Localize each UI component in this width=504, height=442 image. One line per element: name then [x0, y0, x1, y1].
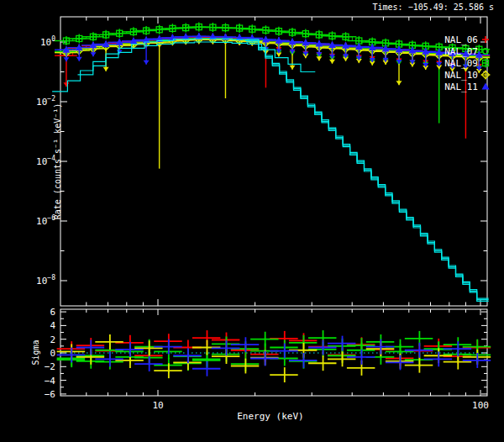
- data-point: [281, 28, 303, 37]
- legend-entry-NAL_09: NAL_09: [444, 58, 488, 69]
- x-axis-title: Energy (keV): [237, 411, 303, 422]
- data-point: [174, 24, 197, 33]
- x-tick-label: 100: [472, 400, 489, 411]
- data-point: [134, 26, 157, 35]
- sigma-point: [212, 340, 239, 355]
- spectrum-plot: 10010−210−410−610−8−6−4−2024610100Energy…: [0, 0, 504, 442]
- sigma-tick-label: −2: [45, 361, 55, 372]
- y-tick-label: 10−8: [36, 274, 55, 287]
- data-point: [122, 27, 144, 36]
- data-point: [321, 31, 344, 40]
- legend-entry-NAL_11: NAL_11: [444, 82, 489, 92]
- sigma-point: [289, 353, 317, 368]
- data-point: [148, 38, 171, 168]
- plot-window: Times: −105.49: 25.586 s 10010−210−410−6…: [0, 0, 504, 442]
- legend-entry-NAL_10: NAL_10: [444, 70, 490, 81]
- sigma-tick-label: −6: [45, 389, 55, 400]
- data-point: [334, 32, 357, 41]
- data-point: [267, 27, 290, 36]
- sigma-tick-label: 4: [50, 320, 55, 331]
- total-model-rise: [52, 39, 260, 92]
- data-point: [134, 36, 157, 65]
- data-point: [81, 32, 104, 41]
- sigma-point: [308, 355, 336, 371]
- sigma-point: [134, 356, 162, 371]
- sigma-tick-label: 2: [50, 334, 55, 345]
- y-tick-label: 100: [40, 35, 55, 48]
- legend-entry-NAL_06: NAL_06: [444, 34, 489, 45]
- data-point: [228, 24, 250, 33]
- sigma-point: [347, 350, 375, 365]
- legend-label: NAL_11: [444, 82, 478, 92]
- data-point: [108, 29, 130, 38]
- data-point: [94, 30, 117, 39]
- legend-label: NAL_09: [444, 58, 478, 69]
- y-axis-title: Rate (counts s⁻¹ keV⁻¹): [53, 103, 62, 219]
- sigma-point: [270, 344, 297, 359]
- sigma-point: [270, 367, 297, 382]
- sigma-point: [231, 359, 259, 374]
- data-point: [255, 25, 277, 34]
- x-tick-label: 10: [152, 400, 163, 411]
- data-point: [294, 29, 317, 39]
- data-point: [307, 30, 330, 39]
- sigma-tick-label: 0: [50, 348, 55, 359]
- legend: NAL_06NAL_07NAL_09NAL_10NAL_11: [444, 34, 490, 92]
- series-NAL_10: [55, 34, 490, 168]
- sigma-tick-label: 6: [50, 307, 55, 318]
- data-point: [67, 34, 90, 43]
- legend-label: NAL_07: [444, 46, 478, 57]
- sigma-point: [115, 342, 143, 357]
- sigma-axis-title: Sigma: [31, 339, 40, 365]
- data-point: [240, 24, 263, 34]
- data-point: [214, 35, 237, 98]
- data-point: [148, 25, 171, 34]
- legend-label: NAL_10: [444, 70, 478, 81]
- sigma-tick-label: −4: [45, 376, 56, 387]
- legend-label: NAL_06: [444, 34, 478, 45]
- sigma-point: [328, 351, 355, 366]
- sigma-point: [95, 351, 123, 366]
- data-point: [55, 36, 77, 45]
- data-point: [160, 24, 183, 33]
